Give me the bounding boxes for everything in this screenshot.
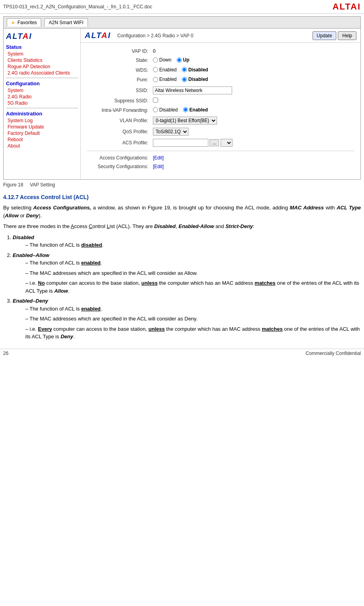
sidebar-item-factory-default[interactable]: Factory Default [6, 130, 78, 136]
disabled-title: Disabled [13, 234, 34, 240]
intra-vap-label: Intra-VAP Forwarding: [87, 105, 151, 115]
qos-label: QoS Profile: [87, 126, 151, 137]
enabled-allow-title: Enabled–Allow [13, 252, 49, 258]
acs-input[interactable] [153, 139, 208, 147]
pure-disabled-label: Disabled [188, 77, 208, 82]
wds-disabled-radio[interactable] [182, 67, 187, 72]
vlan-select[interactable]: 0-tagId(1) Best Effort(BE) [153, 117, 217, 125]
strict-deny-bold: Strict-Deny [225, 223, 253, 229]
enabled-deny-sub-3: i.e. Every computer can access to the ba… [25, 325, 361, 341]
app-header: ALTAI Configuration > 2.4G Radio > VAP 0… [81, 29, 360, 43]
help-button[interactable]: Help [338, 31, 356, 40]
access-config-value: [Edit] [151, 153, 354, 162]
sidebar-divider-2 [6, 108, 78, 108]
sidebar-item-system[interactable]: System [6, 51, 78, 57]
vlan-row: VLAN Profile: 0-tagId(1) Best Effort(BE) [87, 115, 354, 126]
section-heading: 4.12.7 Access Control List (ACL) [3, 193, 361, 201]
qos-value: ToS/802.1Q [151, 126, 354, 137]
sidebar-item-24g-clients[interactable]: 2.4G radio Associated Clients [6, 70, 78, 76]
browser-tab-page[interactable]: A2N Smart WIFI [44, 18, 88, 27]
suppress-checkbox[interactable] [153, 98, 158, 103]
pure-value: Enabled Disabled [151, 75, 354, 85]
matches-text-2: matches [262, 326, 283, 332]
intra-enabled-label: Enabled [189, 107, 208, 113]
disabled-sub-list: The function of ACL is disabled. [25, 241, 361, 249]
ssid-label: SSID: [87, 85, 151, 96]
enabled-allow-sub-2: The MAC addresses which are specified in… [25, 269, 361, 277]
qos-row: QoS Profile: ToS/802.1Q [87, 126, 354, 137]
main-panel: ALTAI Configuration > 2.4G Radio > VAP 0… [81, 29, 360, 179]
state-up-option[interactable]: Up [177, 57, 189, 63]
intra-enabled-radio[interactable] [183, 107, 188, 112]
acs-browse-button[interactable]: ... [210, 139, 219, 146]
enabled-allow-sub-3: i.e. No computer can access to the base … [25, 279, 361, 295]
footer-page: 26 [3, 351, 8, 356]
suppress-value [151, 96, 354, 105]
breadcrumb: Configuration > 2.4G Radio > VAP 0 [117, 33, 193, 38]
wds-disabled-option[interactable]: Disabled [182, 67, 208, 73]
web-content-area: ALTAI Status System Clients Statistics R… [4, 29, 360, 179]
pure-label: Pure: [87, 75, 151, 85]
access-config-edit-link[interactable]: [Edit] [153, 155, 164, 161]
sidebar-item-system-log[interactable]: System Log [6, 117, 78, 124]
pure-disabled-option[interactable]: Disabled [182, 77, 208, 82]
vlan-value: 0-tagId(1) Best Effort(BE) [151, 115, 354, 126]
suppress-label: Suppress SSID: [87, 96, 151, 105]
state-up-radio[interactable] [177, 58, 182, 63]
section-para-2: There are three modes in the Access Cont… [3, 222, 361, 230]
sidebar-item-rogue-ap[interactable]: Rogue AP Detection [6, 63, 78, 70]
sidebar-item-reboot[interactable]: Reboot [6, 136, 78, 143]
disabled-text: disabled [81, 242, 102, 248]
qos-select[interactable]: ToS/802.1Q [153, 128, 189, 136]
update-button[interactable]: Update [313, 31, 337, 40]
intra-vap-value: Disabled Enabled [151, 105, 354, 115]
security-config-value: [Edit] [151, 162, 354, 171]
ssid-input[interactable] [153, 86, 232, 94]
browser-tab-favorites[interactable]: ★ Favorites [7, 18, 41, 27]
acs-select[interactable] [221, 139, 233, 147]
state-down-radio[interactable] [153, 58, 158, 63]
list-item-enabled-allow: Enabled–Allow The function of ACL is ena… [13, 251, 361, 295]
sidebar-item-about[interactable]: About [6, 143, 78, 149]
footer-right: Commercially Confidential [306, 351, 361, 356]
intra-vap-row: Intra-VAP Forwarding: Disabled Enabled [87, 105, 354, 115]
state-row: State: Down Up [87, 56, 354, 65]
figure-caption-text: VAP Setting [30, 182, 55, 188]
pure-enabled-option[interactable]: Enabled [153, 77, 177, 82]
acs-row: ACS Profile: ... [87, 137, 354, 148]
control-underline: C [89, 223, 92, 229]
state-up-label: Up [183, 57, 189, 63]
wds-enabled-radio[interactable] [153, 67, 158, 72]
intra-disabled-option[interactable]: Disabled [153, 107, 178, 113]
config-table: VAP ID: 0 State: Down [87, 47, 354, 148]
security-config-edit-link[interactable]: [Edit] [153, 164, 164, 169]
enabled-allow-sub-1: The function of ACL is enabled. [25, 259, 361, 267]
acs-value: ... [151, 137, 354, 148]
state-label: State: [87, 56, 151, 65]
enabled-text-2: enabled [81, 306, 101, 312]
allow-bold: Allow [5, 213, 19, 219]
wds-label: WDS: [87, 65, 151, 75]
state-down-option[interactable]: Down [153, 57, 172, 63]
wds-enabled-option[interactable]: Enabled [153, 67, 177, 73]
acs-label: ACS Profile: [87, 137, 151, 148]
intra-disabled-radio[interactable] [153, 107, 158, 112]
enabled-deny-sub-2: The MAC addresses which are specified in… [25, 315, 361, 323]
document-body: 4.12.7 Access Control List (ACL) By sele… [0, 193, 364, 341]
wds-row: WDS: Enabled Disabled [87, 65, 354, 75]
app-logo: ALTAI [85, 31, 111, 40]
sidebar-section-admin: Administration [6, 111, 78, 117]
list-item-enabled-deny: Enabled–Deny The function of ACL is enab… [13, 297, 361, 341]
pure-disabled-radio[interactable] [182, 77, 187, 82]
sidebar-item-firmware-update[interactable]: Firmware Update [6, 124, 78, 130]
sidebar-item-config-5g[interactable]: 5G Radio [6, 100, 78, 106]
favorites-icon: ★ [11, 20, 15, 25]
pure-enabled-radio[interactable] [153, 77, 158, 82]
sidebar-item-config-24g[interactable]: 2.4G Radio [6, 94, 78, 100]
intra-enabled-option[interactable]: Enabled [183, 107, 208, 113]
sidebar-section-status: Status [6, 44, 78, 50]
sidebar-item-clients-statistics[interactable]: Clients Statistics [6, 57, 78, 63]
disabled-bold: Disabled [154, 223, 175, 229]
unless-text-1: unless [141, 280, 158, 286]
sidebar-item-config-system[interactable]: System [6, 87, 78, 94]
